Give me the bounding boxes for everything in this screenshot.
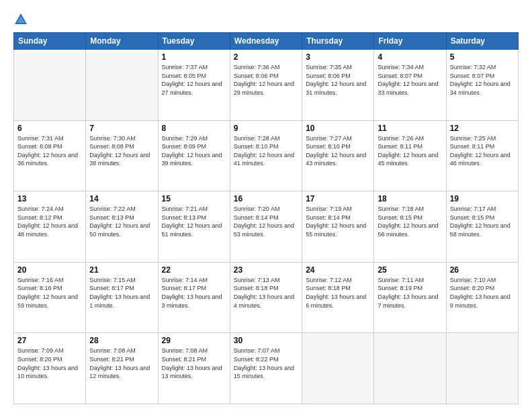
calendar-cell: 24Sunrise: 7:12 AM Sunset: 8:18 PM Dayli… bbox=[302, 262, 374, 333]
day-number: 8 bbox=[162, 124, 226, 133]
day-number: 30 bbox=[234, 336, 298, 345]
day-info: Sunrise: 7:15 AM Sunset: 8:17 PM Dayligh… bbox=[89, 276, 154, 310]
calendar-cell: 9Sunrise: 7:28 AM Sunset: 8:10 PM Daylig… bbox=[230, 120, 302, 191]
day-number: 24 bbox=[306, 265, 370, 275]
day-number: 10 bbox=[306, 124, 370, 133]
day-number: 22 bbox=[162, 265, 226, 275]
calendar-cell: 20Sunrise: 7:16 AM Sunset: 8:16 PM Dayli… bbox=[14, 262, 86, 333]
day-number: 3 bbox=[306, 52, 370, 62]
weekday-header-row: SundayMondayTuesdayWednesdayThursdayFrid… bbox=[14, 33, 519, 50]
day-info: Sunrise: 7:27 AM Sunset: 8:10 PM Dayligh… bbox=[306, 134, 370, 168]
day-info: Sunrise: 7:18 AM Sunset: 8:15 PM Dayligh… bbox=[378, 205, 442, 238]
day-number: 18 bbox=[378, 194, 442, 203]
calendar-cell: 19Sunrise: 7:17 AM Sunset: 8:15 PM Dayli… bbox=[446, 191, 518, 263]
day-number: 21 bbox=[89, 265, 154, 275]
day-number: 5 bbox=[450, 52, 515, 62]
day-info: Sunrise: 7:24 AM Sunset: 8:12 PM Dayligh… bbox=[17, 205, 82, 238]
day-number: 26 bbox=[450, 265, 515, 275]
calendar-cell: 25Sunrise: 7:11 AM Sunset: 8:19 PM Dayli… bbox=[374, 262, 446, 333]
logo-icon bbox=[13, 12, 28, 27]
day-number: 19 bbox=[450, 194, 515, 203]
day-number: 27 bbox=[17, 336, 82, 345]
day-info: Sunrise: 7:34 AM Sunset: 8:07 PM Dayligh… bbox=[378, 63, 442, 97]
header bbox=[13, 12, 519, 27]
day-number: 23 bbox=[234, 265, 298, 275]
day-info: Sunrise: 7:32 AM Sunset: 8:07 PM Dayligh… bbox=[450, 63, 515, 97]
calendar-cell: 1Sunrise: 7:37 AM Sunset: 8:05 PM Daylig… bbox=[158, 50, 230, 121]
day-number: 13 bbox=[17, 194, 82, 203]
calendar-cell: 6Sunrise: 7:31 AM Sunset: 8:08 PM Daylig… bbox=[14, 120, 86, 191]
calendar-cell bbox=[302, 333, 374, 404]
calendar-cell: 29Sunrise: 7:08 AM Sunset: 8:21 PM Dayli… bbox=[158, 333, 230, 404]
day-number: 2 bbox=[234, 52, 298, 62]
calendar-cell bbox=[14, 50, 86, 121]
week-row-4: 20Sunrise: 7:16 AM Sunset: 8:16 PM Dayli… bbox=[14, 262, 519, 333]
calendar-cell: 27Sunrise: 7:09 AM Sunset: 8:20 PM Dayli… bbox=[14, 333, 86, 404]
weekday-header-wednesday: Wednesday bbox=[230, 33, 302, 50]
calendar-cell: 5Sunrise: 7:32 AM Sunset: 8:07 PM Daylig… bbox=[446, 50, 518, 121]
day-info: Sunrise: 7:17 AM Sunset: 8:15 PM Dayligh… bbox=[450, 205, 515, 238]
day-info: Sunrise: 7:07 AM Sunset: 8:22 PM Dayligh… bbox=[234, 347, 298, 380]
calendar-cell: 21Sunrise: 7:15 AM Sunset: 8:17 PM Dayli… bbox=[86, 262, 158, 333]
day-number: 6 bbox=[17, 124, 82, 133]
calendar-cell: 15Sunrise: 7:21 AM Sunset: 8:13 PM Dayli… bbox=[158, 191, 230, 263]
week-row-2: 6Sunrise: 7:31 AM Sunset: 8:08 PM Daylig… bbox=[14, 120, 519, 191]
day-info: Sunrise: 7:21 AM Sunset: 8:13 PM Dayligh… bbox=[162, 205, 226, 238]
day-info: Sunrise: 7:28 AM Sunset: 8:10 PM Dayligh… bbox=[234, 134, 298, 168]
day-number: 4 bbox=[378, 52, 442, 62]
calendar-cell: 7Sunrise: 7:30 AM Sunset: 8:08 PM Daylig… bbox=[86, 120, 158, 191]
calendar-cell: 17Sunrise: 7:19 AM Sunset: 8:14 PM Dayli… bbox=[302, 191, 374, 263]
day-number: 14 bbox=[89, 194, 154, 203]
weekday-header-saturday: Saturday bbox=[446, 33, 518, 50]
calendar-cell: 12Sunrise: 7:25 AM Sunset: 8:11 PM Dayli… bbox=[446, 120, 518, 191]
day-number: 11 bbox=[378, 124, 442, 133]
calendar-cell: 4Sunrise: 7:34 AM Sunset: 8:07 PM Daylig… bbox=[374, 50, 446, 121]
day-info: Sunrise: 7:13 AM Sunset: 8:18 PM Dayligh… bbox=[234, 276, 298, 310]
weekday-header-friday: Friday bbox=[374, 33, 446, 50]
day-number: 9 bbox=[234, 124, 298, 133]
logo bbox=[13, 12, 31, 27]
week-row-5: 27Sunrise: 7:09 AM Sunset: 8:20 PM Dayli… bbox=[14, 333, 519, 404]
day-number: 15 bbox=[162, 194, 226, 203]
weekday-header-sunday: Sunday bbox=[14, 33, 86, 50]
calendar-cell bbox=[86, 50, 158, 121]
day-info: Sunrise: 7:37 AM Sunset: 8:05 PM Dayligh… bbox=[162, 63, 226, 97]
weekday-header-tuesday: Tuesday bbox=[158, 33, 230, 50]
calendar-cell: 22Sunrise: 7:14 AM Sunset: 8:17 PM Dayli… bbox=[158, 262, 230, 333]
day-info: Sunrise: 7:08 AM Sunset: 8:21 PM Dayligh… bbox=[89, 347, 154, 380]
day-info: Sunrise: 7:20 AM Sunset: 8:14 PM Dayligh… bbox=[234, 205, 298, 238]
day-info: Sunrise: 7:30 AM Sunset: 8:08 PM Dayligh… bbox=[89, 134, 154, 168]
calendar-cell bbox=[374, 333, 446, 404]
week-row-1: 1Sunrise: 7:37 AM Sunset: 8:05 PM Daylig… bbox=[14, 50, 519, 121]
calendar-cell: 28Sunrise: 7:08 AM Sunset: 8:21 PM Dayli… bbox=[86, 333, 158, 404]
page: SundayMondayTuesdayWednesdayThursdayFrid… bbox=[0, 0, 532, 411]
calendar-cell: 3Sunrise: 7:35 AM Sunset: 8:06 PM Daylig… bbox=[302, 50, 374, 121]
calendar-cell bbox=[446, 333, 518, 404]
day-info: Sunrise: 7:29 AM Sunset: 8:09 PM Dayligh… bbox=[162, 134, 226, 168]
day-info: Sunrise: 7:26 AM Sunset: 8:11 PM Dayligh… bbox=[378, 134, 442, 168]
day-number: 20 bbox=[17, 265, 82, 275]
day-number: 17 bbox=[306, 194, 370, 203]
calendar-cell: 30Sunrise: 7:07 AM Sunset: 8:22 PM Dayli… bbox=[230, 333, 302, 404]
day-info: Sunrise: 7:36 AM Sunset: 8:06 PM Dayligh… bbox=[234, 63, 298, 97]
calendar-cell: 10Sunrise: 7:27 AM Sunset: 8:10 PM Dayli… bbox=[302, 120, 374, 191]
day-info: Sunrise: 7:19 AM Sunset: 8:14 PM Dayligh… bbox=[306, 205, 370, 238]
day-info: Sunrise: 7:14 AM Sunset: 8:17 PM Dayligh… bbox=[162, 276, 226, 310]
day-number: 12 bbox=[450, 124, 515, 133]
day-info: Sunrise: 7:08 AM Sunset: 8:21 PM Dayligh… bbox=[162, 347, 226, 380]
day-number: 25 bbox=[378, 265, 442, 275]
day-info: Sunrise: 7:25 AM Sunset: 8:11 PM Dayligh… bbox=[450, 134, 515, 168]
day-number: 16 bbox=[234, 194, 298, 203]
day-number: 29 bbox=[162, 336, 226, 345]
calendar-cell: 2Sunrise: 7:36 AM Sunset: 8:06 PM Daylig… bbox=[230, 50, 302, 121]
calendar-cell: 11Sunrise: 7:26 AM Sunset: 8:11 PM Dayli… bbox=[374, 120, 446, 191]
day-number: 1 bbox=[162, 52, 226, 62]
week-row-3: 13Sunrise: 7:24 AM Sunset: 8:12 PM Dayli… bbox=[14, 191, 519, 263]
day-info: Sunrise: 7:11 AM Sunset: 8:19 PM Dayligh… bbox=[378, 276, 442, 310]
day-info: Sunrise: 7:09 AM Sunset: 8:20 PM Dayligh… bbox=[17, 347, 82, 380]
calendar-cell: 23Sunrise: 7:13 AM Sunset: 8:18 PM Dayli… bbox=[230, 262, 302, 333]
day-number: 7 bbox=[89, 124, 154, 133]
calendar-cell: 16Sunrise: 7:20 AM Sunset: 8:14 PM Dayli… bbox=[230, 191, 302, 263]
calendar-cell: 18Sunrise: 7:18 AM Sunset: 8:15 PM Dayli… bbox=[374, 191, 446, 263]
day-info: Sunrise: 7:12 AM Sunset: 8:18 PM Dayligh… bbox=[306, 276, 370, 310]
